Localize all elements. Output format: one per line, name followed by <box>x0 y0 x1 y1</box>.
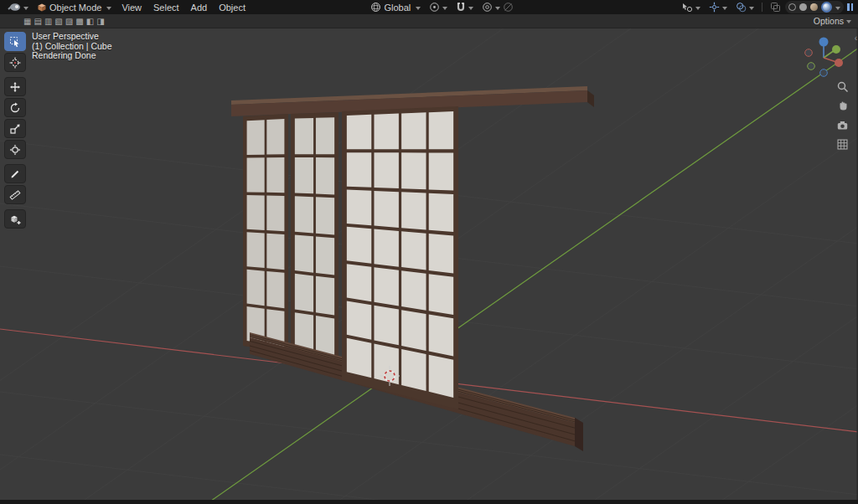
proportional-editing-toggle[interactable] <box>478 0 518 14</box>
select-box-icon <box>9 36 21 48</box>
chevron-down-icon <box>106 7 111 10</box>
show-overlays-toggle[interactable] <box>731 0 758 14</box>
menu-object[interactable]: Object <box>213 3 251 13</box>
gizmo-y-positive[interactable] <box>832 45 840 54</box>
view-name-text: User Perspective <box>32 32 112 42</box>
viewport-info-overlay: User Perspective (1) Collection | Cube R… <box>32 32 112 61</box>
grid-perspective-icon <box>836 138 850 152</box>
visibility-icon <box>681 3 693 13</box>
pivot-point-dropdown[interactable] <box>425 0 452 14</box>
transform-icon <box>9 144 21 156</box>
scale-icon <box>9 123 21 135</box>
measure-ruler-icon <box>9 189 21 201</box>
annotate-pencil-icon <box>9 168 21 180</box>
add-cube-icon <box>9 213 21 225</box>
gizmo-x-positive[interactable] <box>835 59 843 67</box>
zoom-button[interactable] <box>836 80 850 94</box>
navigation-gizmo[interactable] <box>801 33 848 80</box>
toolbar <box>4 32 26 230</box>
menu-add[interactable]: Add <box>185 3 214 13</box>
shoji-panel[interactable] <box>243 114 288 353</box>
camera-icon <box>836 119 850 132</box>
separator <box>762 3 762 12</box>
shading-rendered-button[interactable] <box>823 3 830 11</box>
shading-rendered-selected <box>821 2 832 13</box>
falloff-disabled-icon <box>503 2 514 13</box>
overlays-icon <box>736 2 747 13</box>
shading-wireframe-button[interactable] <box>788 3 796 11</box>
object-mode-icon <box>37 3 47 13</box>
tool-add-cube[interactable] <box>4 209 26 229</box>
region-collapse-arrow[interactable]: ‹ <box>855 33 857 43</box>
menu-select[interactable]: Select <box>147 3 185 13</box>
gizmo-x-negative[interactable] <box>805 49 813 57</box>
tool-rotate[interactable] <box>4 98 26 117</box>
xray-icon <box>770 2 781 13</box>
chevron-down-icon <box>468 7 473 10</box>
shoji-panel[interactable] <box>342 106 458 409</box>
track-cap <box>575 418 583 451</box>
chevron-down-icon <box>695 7 700 10</box>
rotate-icon <box>9 102 21 114</box>
tool-move[interactable] <box>4 77 26 96</box>
xray-toggle[interactable] <box>766 0 785 14</box>
snap-magnet-icon <box>456 2 466 13</box>
gizmo-icon <box>709 2 720 13</box>
mode-selector[interactable]: Object Mode <box>33 0 116 14</box>
header-menus: View Select Add Object <box>116 3 251 13</box>
mode-label: Object Mode <box>49 3 101 13</box>
tool-annotate[interactable] <box>4 164 26 183</box>
editor-type-selector[interactable] <box>3 0 33 14</box>
3d-viewport: User Perspective (1) Collection | Cube R… <box>0 28 858 500</box>
pause-bars-icon[interactable] <box>847 3 853 11</box>
chevron-down-icon <box>835 7 840 10</box>
blender-window: Object Mode View Select Add Object Globa… <box>0 0 858 504</box>
magnifier-icon <box>836 80 850 94</box>
chevron-down-icon <box>495 7 500 10</box>
viewport-nav-buttons <box>836 80 850 152</box>
pivot-point-icon <box>429 2 440 13</box>
tool-select-box[interactable] <box>4 32 26 51</box>
chevron-down-icon <box>749 7 754 10</box>
shoji-panel[interactable] <box>291 112 339 363</box>
shading-material-button[interactable] <box>810 3 818 11</box>
tool-measure[interactable] <box>4 185 26 204</box>
render-status-text: Rendering Done <box>32 51 112 61</box>
viewport-header: Object Mode View Select Add Object Globa… <box>0 0 858 14</box>
camera-view-button[interactable] <box>836 119 850 132</box>
tool-settings-bar: ▦▤▥▧▨▩◧◨ Options <box>0 14 858 28</box>
blender-logo-icon <box>8 3 21 12</box>
proportional-editing-icon <box>482 2 493 13</box>
shading-solid-button[interactable] <box>799 3 807 11</box>
chevron-down-icon <box>442 7 447 10</box>
gizmo-z-negative[interactable] <box>820 69 828 77</box>
chevron-down-icon <box>416 7 421 10</box>
gizmo-z-positive[interactable] <box>819 38 829 47</box>
tool-cursor[interactable] <box>4 53 26 72</box>
move-icon <box>9 81 21 93</box>
orientation-label: Global <box>384 3 411 13</box>
shading-mode-switcher <box>785 1 844 13</box>
tool-scale[interactable] <box>4 119 26 138</box>
options-label: Options <box>814 16 844 26</box>
gizmo-y-negative[interactable] <box>808 63 815 70</box>
chevron-down-icon <box>23 7 28 10</box>
orientation-globe-icon <box>370 2 381 13</box>
chevron-down-icon <box>722 7 727 10</box>
hand-icon <box>836 100 850 113</box>
snap-toggle[interactable] <box>452 0 478 14</box>
toggle-ortho-button[interactable] <box>836 138 850 152</box>
tool-transform[interactable] <box>4 140 26 159</box>
object-visibility-dropdown[interactable] <box>677 0 705 14</box>
status-bar <box>0 500 858 504</box>
menu-view[interactable]: View <box>116 3 147 13</box>
chevron-down-icon <box>846 20 851 23</box>
pan-button[interactable] <box>836 100 850 113</box>
transform-orientation-dropdown[interactable]: Global <box>366 0 425 14</box>
show-gizmos-toggle[interactable] <box>705 0 731 14</box>
cursor-tool-icon <box>9 57 21 69</box>
tool-options-dropdown[interactable]: Options <box>814 14 851 28</box>
3d-viewport-canvas[interactable] <box>0 28 858 500</box>
select-mode-icons[interactable]: ▦▤▥▧▨▩◧◨ <box>23 17 107 26</box>
